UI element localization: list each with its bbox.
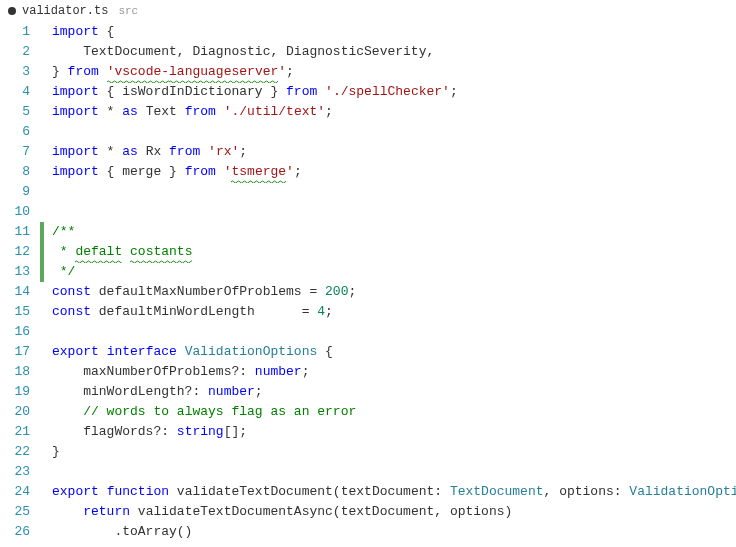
code-token: from bbox=[286, 84, 317, 99]
line-number: 21 bbox=[0, 422, 30, 442]
line-number: 13 bbox=[0, 262, 30, 282]
code-line[interactable]: export function validateTextDocument(tex… bbox=[52, 482, 736, 502]
editor-tab[interactable]: validator.ts src bbox=[8, 4, 138, 18]
code-token: ; bbox=[294, 164, 302, 179]
code-token bbox=[317, 84, 325, 99]
code-line[interactable]: const defaultMaxNumberOfProblems = 200; bbox=[52, 282, 736, 302]
code-token: ; bbox=[325, 104, 333, 119]
spell-warning-token: languageserver bbox=[169, 62, 278, 82]
code-line[interactable]: maxNumberOfProblems?: number; bbox=[52, 362, 736, 382]
code-line[interactable]: import { merge } from 'tsmerge'; bbox=[52, 162, 736, 182]
code-line[interactable]: import { isWordInDictionary } from './sp… bbox=[52, 82, 736, 102]
line-number: 19 bbox=[0, 382, 30, 402]
code-token: const bbox=[52, 304, 91, 319]
line-number: 12 bbox=[0, 242, 30, 262]
code-token bbox=[216, 164, 224, 179]
code-token: from bbox=[185, 104, 216, 119]
line-number: 22 bbox=[0, 442, 30, 462]
code-token: ; bbox=[348, 284, 356, 299]
code-line[interactable]: } from 'vscode-languageserver'; bbox=[52, 62, 736, 82]
line-number: 26 bbox=[0, 522, 30, 542]
line-number: 9 bbox=[0, 182, 30, 202]
line-number: 17 bbox=[0, 342, 30, 362]
code-line[interactable]: return validateTextDocumentAsync(textDoc… bbox=[52, 502, 736, 522]
line-number: 4 bbox=[0, 82, 30, 102]
code-line[interactable] bbox=[52, 182, 736, 202]
spell-warning-token: tsmerge bbox=[231, 162, 286, 182]
code-token: ' bbox=[286, 164, 294, 179]
code-token: * bbox=[99, 104, 122, 119]
line-number: 25 bbox=[0, 502, 30, 522]
code-line[interactable]: TextDocument, Diagnostic, DiagnosticSeve… bbox=[52, 42, 736, 62]
code-token: } bbox=[263, 84, 286, 99]
code-token: flagWords?: bbox=[52, 424, 177, 439]
line-number: 15 bbox=[0, 302, 30, 322]
code-token: from bbox=[169, 144, 200, 159]
code-line[interactable]: export interface ValidationOptions { bbox=[52, 342, 736, 362]
code-area[interactable]: import { TextDocument, Diagnostic, Diagn… bbox=[44, 22, 736, 547]
code-line[interactable]: * defalt costants bbox=[52, 242, 736, 262]
code-token: function bbox=[107, 484, 169, 499]
code-token: ; bbox=[286, 64, 294, 79]
line-number: 14 bbox=[0, 282, 30, 302]
code-line[interactable] bbox=[52, 202, 736, 222]
code-token: defaultMaxNumberOfProblems = bbox=[91, 284, 325, 299]
code-line[interactable]: flagWords?: string[]; bbox=[52, 422, 736, 442]
line-number: 1 bbox=[0, 22, 30, 42]
spell-warning-token: 'vscode- bbox=[107, 62, 169, 82]
code-line[interactable]: } bbox=[52, 442, 736, 462]
code-token: isWordInDictionary bbox=[122, 84, 262, 99]
code-token: TextDocument bbox=[450, 484, 544, 499]
code-token: export bbox=[52, 344, 99, 359]
code-token: import bbox=[52, 144, 99, 159]
code-line[interactable] bbox=[52, 322, 736, 342]
code-token: minWordLength?: bbox=[52, 384, 208, 399]
spell-warning-token: defalt bbox=[75, 242, 122, 262]
code-token bbox=[200, 144, 208, 159]
editor: 1234567891011121314151617181920212223242… bbox=[0, 22, 736, 547]
code-token: * bbox=[52, 244, 75, 259]
line-number: 10 bbox=[0, 202, 30, 222]
code-line[interactable]: // words to always flag as an error bbox=[52, 402, 736, 422]
code-line[interactable]: import * as Rx from 'rx'; bbox=[52, 142, 736, 162]
code-token: import bbox=[52, 104, 99, 119]
code-token: { merge } bbox=[99, 164, 185, 179]
code-token: Text bbox=[138, 104, 185, 119]
code-token: 4 bbox=[317, 304, 325, 319]
code-line[interactable]: const defaultMinWordLength = 4; bbox=[52, 302, 736, 322]
code-line[interactable] bbox=[52, 462, 736, 482]
tab-src-label: src bbox=[118, 5, 138, 17]
code-line[interactable]: import * as Text from './util/text'; bbox=[52, 102, 736, 122]
code-line[interactable]: .toArray() bbox=[52, 522, 736, 542]
code-line[interactable]: */ bbox=[52, 262, 736, 282]
code-token: interface bbox=[107, 344, 177, 359]
code-token: './util/text' bbox=[224, 104, 325, 119]
code-token: ; bbox=[325, 304, 333, 319]
code-token: defaultMinWordLength = bbox=[91, 304, 317, 319]
code-line[interactable]: import { bbox=[52, 22, 736, 42]
code-token bbox=[177, 344, 185, 359]
code-token: import bbox=[52, 84, 99, 99]
spell-warning-token: costants bbox=[130, 242, 192, 262]
code-token: number bbox=[255, 364, 302, 379]
code-token: TextDocument, Diagnostic, DiagnosticSeve… bbox=[52, 44, 434, 59]
code-token bbox=[52, 404, 83, 419]
code-token: ' bbox=[278, 64, 286, 79]
line-number: 6 bbox=[0, 122, 30, 142]
line-number: 20 bbox=[0, 402, 30, 422]
code-token: ValidationOptions bbox=[185, 344, 318, 359]
code-token: ; bbox=[239, 144, 247, 159]
code-token: * bbox=[99, 144, 122, 159]
code-token: maxNumberOfProblems?: bbox=[52, 364, 255, 379]
code-token: import bbox=[52, 24, 99, 39]
code-token: number bbox=[208, 384, 255, 399]
code-token: // words to always flag as an error bbox=[83, 404, 356, 419]
code-token: validateTextDocumentAsync(textDocument, … bbox=[130, 504, 512, 519]
code-line[interactable]: minWordLength?: number; bbox=[52, 382, 736, 402]
code-line[interactable] bbox=[52, 122, 736, 142]
line-number: 8 bbox=[0, 162, 30, 182]
code-line[interactable]: /** bbox=[52, 222, 736, 242]
line-number: 18 bbox=[0, 362, 30, 382]
line-number: 16 bbox=[0, 322, 30, 342]
code-token: } bbox=[52, 64, 68, 79]
